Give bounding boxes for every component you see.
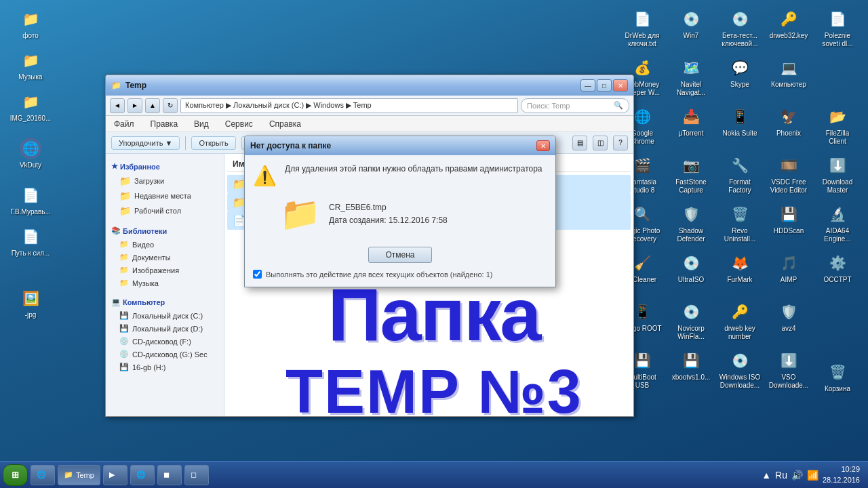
chrome-icon: 🌐 [136, 470, 146, 479]
sidebar-item-d[interactable]: 💾 Локальный диск (D:) [106, 322, 224, 335]
view-toggle[interactable]: ▤ [572, 136, 587, 150]
sidebar-item-docs[interactable]: 📁 Документы [106, 251, 224, 264]
taskbar-item2[interactable]: ◻ [184, 465, 209, 485]
folder-icon: 📁 [119, 205, 131, 216]
sidebar-item-g[interactable]: 💿 CD-дисковод (G:) Sec [106, 348, 224, 361]
desktop-icon-hddscan[interactable]: 💾 HDDScan [765, 201, 812, 249]
address-text: Компьютер ▶ Локальный диск (C:) ▶ Window… [185, 101, 372, 110]
desktop-icon-img[interactable]: 📁 IMG_20160... [7, 88, 54, 125]
desktop-icon-poleznie[interactable]: 📄 Poleznie soveti dl... [814, 5, 861, 54]
desktop-icon-nokia[interactable]: 📱 Nokia Suite [716, 103, 764, 152]
desktop-icon-aida64[interactable]: 🔬 AIDA64 Engine... [814, 201, 861, 249]
help-icon[interactable]: ? [613, 136, 628, 150]
sidebar-item-music[interactable]: 📁 Музыка [106, 277, 224, 289]
tray-volume[interactable]: 🔊 [791, 470, 803, 481]
sidebar-libraries-header[interactable]: 📚 Библиотеки [106, 224, 224, 238]
menu-file[interactable]: Файл [111, 118, 137, 130]
desktop-icon-beta[interactable]: 💿 Бета-тест... ключевой... [716, 5, 764, 54]
desktop-icon-aimp[interactable]: 🎵 AIMP [765, 249, 812, 298]
desktop-icon-ultraiso[interactable]: 💿 UltraISO [667, 249, 715, 298]
desktop-icon-shadow[interactable]: 🛡️ Shadow Defender [667, 201, 715, 249]
preview-toggle[interactable]: ◫ [593, 136, 608, 150]
menu-edit[interactable]: Правка [148, 118, 181, 130]
desktop-icon-vsdc[interactable]: 🎞️ VSDC Free Video Editor [765, 152, 812, 201]
desktop-icon-filezilla[interactable]: 📂 FileZilla Client [814, 103, 861, 152]
sidebar-item-f[interactable]: 💿 CD-дисковод (F:) [106, 335, 224, 348]
sidebar-favorites-header[interactable]: ★ Избранное [106, 159, 224, 174]
sidebar-computer-header[interactable]: 💻 Компьютер [106, 295, 224, 309]
forward-button[interactable]: ► [127, 98, 142, 113]
desktop-icon-winiso[interactable]: 💿 Windows ISO Downloade... [716, 347, 764, 396]
sidebar: ★ Избранное 📁 Загрузки 📁 Недавние места … [106, 154, 224, 416]
menu-service[interactable]: Сервис [222, 118, 256, 130]
back-button[interactable]: ◄ [110, 98, 125, 113]
search-icon: 🔍 [614, 101, 623, 110]
taskbar-ie[interactable]: 🌐 [31, 465, 55, 485]
taskbar-explorer[interactable]: 📁 Temp [58, 465, 100, 485]
search-box[interactable]: Поиск: Temp 🔍 [521, 98, 629, 113]
tray-network[interactable]: 📶 [807, 470, 818, 481]
desktop-icon-revo[interactable]: 🗑️ Revo Uninstall... [716, 201, 764, 249]
desktop-icon-avz4[interactable]: 🛡️ avz4 [765, 298, 812, 347]
start-button[interactable]: ⊞ [3, 464, 28, 486]
desktop-icon-computer[interactable]: 💻 Компьютер [765, 54, 812, 103]
dialog-close-button[interactable]: ✕ [536, 140, 550, 151]
tray-lang[interactable]: Ru [775, 470, 787, 481]
desktop-icon-put[interactable]: 📄 Путь к сил... [7, 223, 54, 260]
desktop-icon-novicorp[interactable]: 💿 Novicorp WinFla... [667, 298, 715, 347]
desktop-icon-occtpt[interactable]: ⚙️ OCCTPT [814, 249, 861, 298]
system-clock[interactable]: 10:29 28.12.2016 [823, 464, 860, 485]
desktop-icon-win7[interactable]: 💿 Win7 [667, 5, 715, 54]
desktop-icon-furmark[interactable]: 🦊 FurMark [716, 249, 764, 298]
organize-button[interactable]: Упорядочить ▼ [111, 136, 180, 150]
desktop-icon-drweb[interactable]: 📄 DrWeb для ключи.txt [618, 5, 666, 54]
desktop-icon-muzika[interactable]: 📁 Музыка [7, 47, 54, 84]
sidebar-item-downloads[interactable]: 📁 Загрузки [106, 174, 224, 188]
desktop-icon-phoenix[interactable]: 🦅 Phoenix [765, 103, 812, 152]
sidebar-item-recent[interactable]: 📁 Недавние места [106, 188, 224, 203]
desktop-icon-dlmaster[interactable]: ⬇️ Download Master [814, 152, 861, 201]
maximize-button[interactable]: □ [597, 79, 612, 92]
sidebar-item-images[interactable]: 📁 Изображения [106, 264, 224, 277]
taskbar-item1[interactable]: ◼ [157, 465, 182, 485]
tray-arrow[interactable]: ▲ [762, 470, 771, 481]
apply-all-checkbox[interactable] [253, 270, 262, 279]
folder-date: Дата создания: 15.12.2016 7:58 [329, 214, 448, 227]
sidebar-item-h[interactable]: 💾 16-gb (H:) [106, 361, 224, 373]
close-button[interactable]: ✕ [613, 79, 628, 92]
desktop-icon-skype[interactable]: 💬 Skype [716, 54, 764, 103]
desktop-icon-navitel[interactable]: 🗺️ Navitel Navigat... [667, 54, 715, 103]
taskbar-media[interactable]: ▶ [103, 465, 127, 485]
sidebar-item-desktop[interactable]: 📁 Рабочий стол [106, 203, 224, 218]
menu-view[interactable]: Вид [191, 118, 212, 130]
clock-date: 28.12.2016 [823, 475, 860, 485]
minimize-button[interactable]: — [580, 79, 595, 92]
sidebar-item-video[interactable]: 📁 Видео [106, 238, 224, 251]
desktop-icon-faststone[interactable]: 📷 FastStone Capture [667, 152, 715, 201]
desktop-icons-right: 📄 DrWeb для ключи.txt 💿 Win7 💿 Бета-тест… [618, 5, 863, 396]
desktop-icon-drwebkey[interactable]: 🔑 drweb key number [716, 298, 764, 347]
desktop-icon-vkduty[interactable]: 🌐 VkDuty [7, 135, 54, 172]
folder-details: CR_E5BE6.tmp Дата создания: 15.12.2016 7… [329, 201, 448, 227]
desktop-icon-xbootvs[interactable]: 💾 xbootvs1.0... [667, 347, 715, 396]
taskbar-chrome[interactable]: 🌐 [130, 465, 155, 485]
desktop-icon-utorrent[interactable]: 📥 µTorrent [667, 103, 715, 152]
up-button[interactable]: ▲ [145, 98, 160, 113]
address-path[interactable]: Компьютер ▶ Локальный диск (C:) ▶ Window… [180, 98, 518, 113]
library-icon: 📚 [111, 226, 121, 235]
cancel-button[interactable]: Отмена [368, 247, 431, 263]
refresh-button[interactable]: ↻ [163, 98, 178, 113]
app-icon: ◻ [191, 470, 197, 479]
desktop-icon-gmurav[interactable]: 📄 Г.В.Муравь... [7, 182, 54, 219]
desktop-icon-format[interactable]: 🔧 Format Factory [716, 152, 764, 201]
desktop-icon-drweb32[interactable]: 🔑 drweb32.key [765, 5, 812, 54]
dialog-message-text: Для удаления этой папки нужно обладать п… [285, 163, 542, 175]
open-button[interactable]: Открыть [191, 136, 235, 150]
desktop-icon-foto[interactable]: 📁 фото [7, 5, 54, 43]
folder-icon: 📁 [119, 240, 129, 249]
desktop-icon-vso[interactable]: ⬇️ VSO Downloade... [765, 347, 812, 396]
menu-help[interactable]: Справка [267, 118, 304, 130]
desktop-icon-korzina[interactable]: 🗑️ Корзина [814, 359, 861, 396]
desktop-icon-jpg[interactable]: 🖼️ -jpg [7, 285, 54, 322]
sidebar-item-c[interactable]: 💾 Локальный диск (C:) [106, 309, 224, 322]
